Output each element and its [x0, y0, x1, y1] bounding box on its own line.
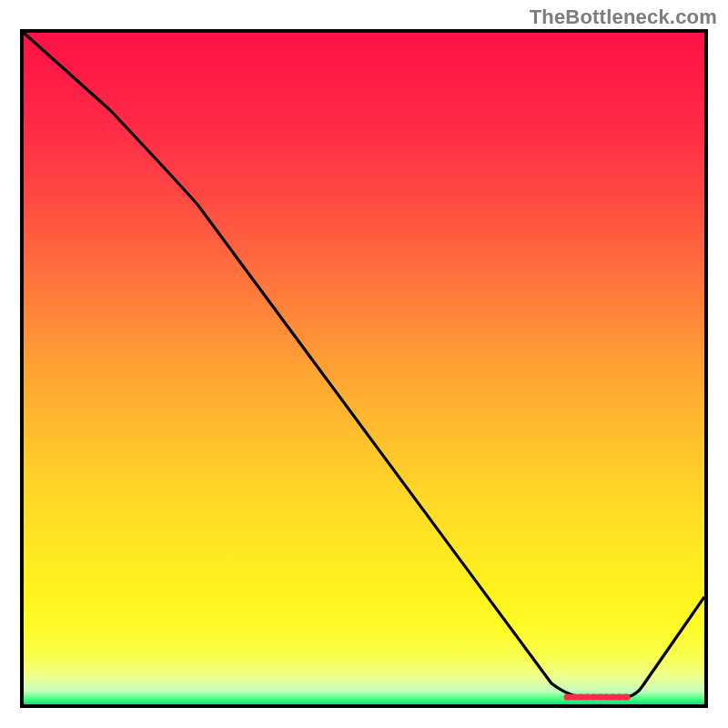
line-overlay — [24, 33, 704, 704]
curve-line — [24, 33, 704, 697]
plot-frame — [20, 29, 708, 708]
watermark-text: TheBottleneck.com — [530, 5, 717, 29]
chart-container: TheBottleneck.com — [0, 0, 728, 728]
